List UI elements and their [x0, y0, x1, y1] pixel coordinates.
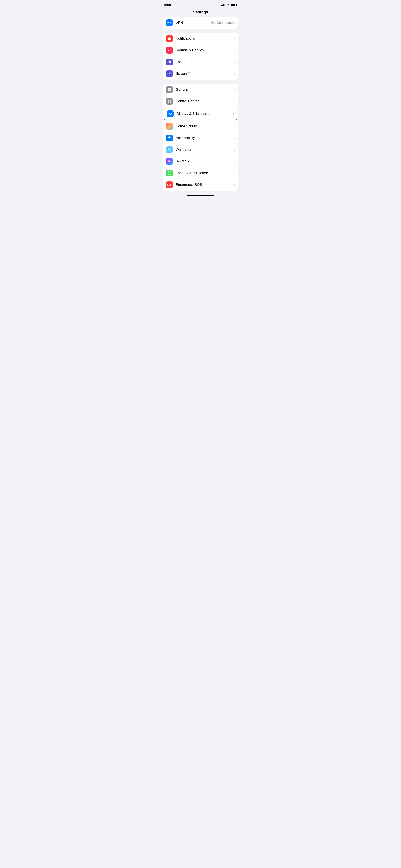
display-label: Display & Brightness [177, 112, 233, 116]
general-chevron: › [234, 88, 235, 91]
wallpaper-label: Wallpaper [176, 148, 234, 152]
svg-rect-10 [170, 125, 171, 125]
screentime-chevron: › [234, 72, 235, 75]
svg-rect-15 [169, 127, 169, 128]
sos-chevron: › [234, 183, 235, 186]
settings-item-screentime[interactable]: Screen Time › [163, 68, 238, 80]
general-label: General [176, 88, 234, 92]
faceid-icon [166, 170, 173, 177]
general-icon [166, 86, 173, 93]
vpn-value: Not Connected [211, 21, 233, 25]
svg-rect-9 [169, 125, 169, 125]
wifi-icon [226, 4, 229, 6]
sounds-chevron: › [234, 49, 235, 52]
focus-label: Focus [176, 60, 234, 64]
page-title: Settings [160, 8, 241, 17]
siri-icon [166, 158, 173, 165]
svg-rect-8 [168, 125, 168, 125]
settings-item-wallpaper[interactable]: Wallpaper › [163, 144, 238, 156]
battery-icon: 80 [231, 4, 237, 6]
accessibility-chevron: › [234, 136, 235, 140]
settings-item-vpn[interactable]: VPN VPN Not Connected › [163, 17, 238, 29]
settings-item-display[interactable]: AA Display & Brightness › [163, 107, 238, 120]
screentime-icon [166, 70, 173, 77]
svg-rect-5 [170, 100, 171, 101]
controlcenter-chevron: › [234, 100, 235, 103]
settings-item-homescreen[interactable]: Home Screen › [163, 121, 238, 132]
svg-rect-7 [170, 102, 171, 103]
sounds-label: Sounds & Haptics [176, 48, 234, 53]
notifications-chevron: › [234, 37, 235, 40]
homescreen-icon [166, 123, 173, 130]
screentime-label: Screen Time [176, 72, 234, 76]
vpn-chevron: › [234, 21, 235, 25]
settings-item-controlcenter[interactable]: Control Center › [163, 95, 238, 107]
settings-item-notifications[interactable]: Notifications › [163, 33, 238, 44]
svg-point-0 [169, 62, 170, 62]
homescreen-label: Home Screen [176, 124, 234, 128]
status-time: 4:50 [164, 3, 171, 7]
display-chevron: › [233, 112, 234, 116]
faceid-label: Face ID & Passcode [176, 171, 234, 175]
settings-item-sos[interactable]: SOS Emergency SOS › [163, 179, 238, 191]
svg-rect-13 [170, 126, 171, 127]
sounds-icon [166, 47, 173, 54]
home-indicator [186, 195, 215, 196]
settings-item-siri[interactable]: Siri & Search › [163, 156, 238, 167]
settings-item-general[interactable]: General › [163, 84, 238, 95]
svg-rect-16 [170, 127, 171, 128]
faceid-chevron: › [234, 172, 235, 175]
siri-label: Siri & Search [176, 159, 234, 163]
vpn-section: VPN VPN Not Connected › [163, 17, 238, 29]
svg-point-18 [169, 136, 170, 137]
svg-point-26 [170, 173, 170, 173]
svg-point-25 [169, 173, 169, 173]
settings-item-focus[interactable]: Focus › [163, 56, 238, 68]
accessibility-icon [166, 135, 173, 142]
sos-label: Emergency SOS [176, 183, 234, 187]
settings-item-accessibility[interactable]: Accessibility › [163, 132, 238, 144]
wallpaper-chevron: › [234, 148, 235, 151]
settings-group-1: Notifications › Sounds & Haptics › Focus… [163, 33, 238, 80]
svg-point-3 [169, 89, 170, 90]
vpn-icon: VPN [166, 20, 173, 26]
notifications-icon [166, 35, 173, 42]
focus-chevron: › [234, 60, 235, 64]
svg-rect-6 [168, 102, 169, 103]
controlcenter-icon [166, 98, 173, 104]
wallpaper-icon [166, 146, 173, 153]
focus-icon [166, 59, 173, 65]
svg-rect-12 [169, 126, 169, 127]
settings-item-faceid[interactable]: Face ID & Passcode › [163, 167, 238, 179]
notifications-label: Notifications [176, 36, 234, 41]
signal-icon [221, 4, 225, 6]
svg-rect-14 [168, 127, 168, 128]
settings-item-sounds[interactable]: Sounds & Haptics › [163, 44, 238, 56]
status-icons: 80 [221, 4, 237, 6]
sos-icon: SOS [166, 181, 173, 188]
svg-rect-4 [168, 100, 169, 101]
display-icon: AA [167, 111, 174, 117]
settings-group-2: General › Control Center › AA Display & … [163, 84, 238, 191]
siri-chevron: › [234, 160, 235, 163]
svg-rect-11 [168, 126, 168, 127]
status-bar: 4:50 80 [160, 0, 241, 8]
svg-point-24 [169, 161, 170, 162]
controlcenter-label: Control Center [176, 99, 234, 103]
homescreen-chevron: › [234, 125, 235, 128]
vpn-label: VPN [176, 21, 211, 25]
accessibility-label: Accessibility [176, 136, 234, 140]
